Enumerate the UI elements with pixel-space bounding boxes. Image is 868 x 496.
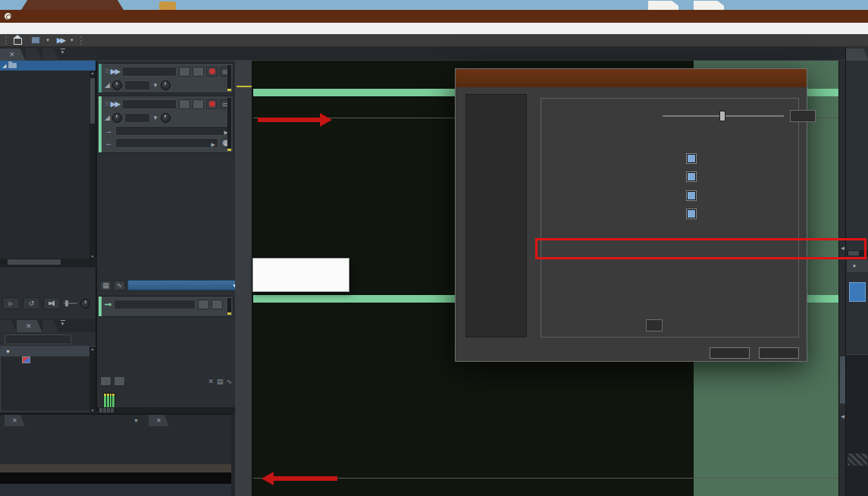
toolbar-grip[interactable]: [80, 36, 83, 45]
desktop-icon-label[interactable]: [0, 472, 231, 484]
selected-project-item[interactable]: [849, 282, 866, 302]
track-header-master[interactable]: ⊸: [98, 296, 233, 317]
marker-color-swatch[interactable]: [687, 209, 696, 218]
drag-grip-icon[interactable]: ⠿: [105, 68, 108, 75]
editor-solo-button[interactable]: [114, 376, 125, 386]
info-section-header[interactable]: ▼: [1, 347, 96, 356]
close-button[interactable]: [842, 10, 868, 23]
track1-record-button[interactable]: [206, 67, 218, 77]
clip-color-swatch[interactable]: [22, 356, 30, 363]
preview-play-button[interactable]: ▶: [2, 297, 20, 309]
mixspace-icon: [31, 36, 40, 44]
title-bar[interactable]: [0, 10, 868, 23]
track2-output-route[interactable]: ▶: [115, 138, 218, 148]
pan-icon: ▼: [152, 115, 158, 121]
tab-transport[interactable]: ✕: [149, 415, 169, 426]
master-name-field[interactable]: [114, 300, 196, 309]
automation-curve-button[interactable]: ∿: [114, 281, 125, 290]
master-solo-button[interactable]: [212, 300, 223, 309]
annotation-highlight-rect: [535, 238, 866, 259]
track-column-scrollbar[interactable]: [97, 407, 235, 413]
waveform-color-swatch[interactable]: [687, 191, 696, 200]
file-list-h-scrollbar[interactable]: [0, 259, 97, 265]
tab-properties[interactable]: [0, 320, 17, 332]
automation-mode-dropdown[interactable]: ▼: [127, 280, 241, 290]
track1-solo-button[interactable]: [193, 67, 204, 77]
track2-input-route[interactable]: ▶: [115, 126, 231, 136]
desktop-document-icon[interactable]: [648, 1, 678, 10]
preview-volume-slider[interactable]: [64, 303, 77, 304]
track-type-icon: ▶▶: [111, 67, 120, 75]
dock-pin-icon[interactable]: ▼: [61, 320, 65, 332]
track2-volume-value[interactable]: [124, 113, 150, 123]
preview-volume-button[interactable]: [43, 297, 61, 309]
track2-solo-button[interactable]: [193, 99, 204, 109]
master-mute-button[interactable]: [198, 300, 209, 309]
desktop-document-icon[interactable]: [694, 1, 724, 10]
track-header-column: ⠿ ▶▶ ▭ ◢ ▼ ⠿ ▶▶: [97, 61, 235, 413]
tab-track[interactable]: [26, 49, 42, 61]
clip-info-panel: ▼ ▲▼: [0, 346, 97, 412]
track-header-audio8[interactable]: ⠿ ▶▶ ▭ ◢ ▼ → ▶ ← ▶: [98, 96, 233, 153]
clip-name-field[interactable]: [5, 334, 71, 344]
clip-name-row: [0, 332, 97, 346]
toolbar-grip[interactable]: [5, 36, 8, 45]
record-icon: [209, 101, 215, 107]
cancel-button[interactable]: [759, 347, 799, 359]
track1-mute-button[interactable]: [179, 67, 190, 77]
track1-meter: [227, 65, 231, 91]
background-window-fragment: [21, 0, 124, 10]
bottom-panels: ✕ ▼ ✕: [0, 413, 231, 464]
tab-markers[interactable]: [42, 49, 59, 61]
ok-button[interactable]: [710, 347, 750, 359]
minimize-button[interactable]: [791, 10, 816, 23]
db-ruler[interactable]: [235, 61, 253, 496]
preview-loop-button[interactable]: ↺: [23, 297, 40, 309]
contrast-value-field[interactable]: [790, 110, 816, 122]
drag-grip-icon[interactable]: ⠿: [105, 101, 108, 108]
text-color-swatch[interactable]: [687, 172, 696, 181]
editor-mute-button[interactable]: [100, 376, 111, 386]
start-window-button[interactable]: [11, 35, 27, 46]
track2-meter: [227, 98, 231, 151]
track1-name-field[interactable]: [122, 67, 177, 77]
editor-v-scrollbar[interactable]: ◀ ◀: [838, 61, 845, 496]
expand-triangle-icon[interactable]: ◢: [2, 63, 6, 69]
tab-files[interactable]: ✕: [0, 49, 26, 61]
preferences-title-bar[interactable]: [456, 69, 807, 87]
track1-volume-value[interactable]: [124, 80, 150, 90]
audio-file-dropdown-button[interactable]: ▶▶ ▼: [54, 35, 77, 46]
tab-group[interactable]: [42, 320, 59, 332]
track2-volume-knob[interactable]: [112, 113, 122, 123]
home-icon: [14, 38, 22, 45]
file-tree-root[interactable]: ◢: [0, 61, 96, 71]
automation-lane-button[interactable]: ▤: [100, 281, 111, 290]
track2-pan-knob[interactable]: [161, 113, 171, 123]
contrast-slider[interactable]: [663, 111, 784, 121]
track1-volume-knob[interactable]: [112, 80, 122, 90]
clear-icon[interactable]: ✕: [208, 378, 214, 385]
info-scrollbar[interactable]: ▲▼: [89, 347, 96, 413]
tab-projects[interactable]: ▼: [847, 260, 868, 272]
resize-grip[interactable]: [848, 454, 867, 466]
mixspace-dropdown-button[interactable]: ▼: [28, 35, 53, 46]
preview-knob[interactable]: [80, 299, 90, 309]
menu-bar: [0, 23, 868, 34]
track-header-audio5[interactable]: ⠿ ▶▶ ▭ ◢ ▼: [98, 63, 233, 93]
file-list-scrollbar[interactable]: ▲▼: [89, 71, 96, 259]
divisions-field[interactable]: [646, 319, 663, 331]
list-icon[interactable]: ▤: [217, 378, 224, 385]
panel-menu-icon[interactable]: ▼: [133, 418, 139, 423]
track2-record-button[interactable]: [206, 99, 218, 109]
file-preview-panel: ▶ ↺: [0, 266, 97, 319]
tab-effects[interactable]: [846, 49, 868, 61]
track2-name-field[interactable]: [122, 99, 177, 109]
wave-icon[interactable]: ∿: [226, 378, 232, 385]
maximize-button[interactable]: [816, 10, 842, 23]
dock-pin-icon[interactable]: ▼: [61, 49, 65, 60]
tab-selection-view[interactable]: ✕: [5, 415, 25, 426]
track1-pan-knob[interactable]: [161, 80, 171, 90]
track2-mute-button[interactable]: [179, 99, 190, 109]
tab-clip[interactable]: ✕: [17, 320, 42, 332]
back-color-swatch[interactable]: [687, 154, 696, 163]
